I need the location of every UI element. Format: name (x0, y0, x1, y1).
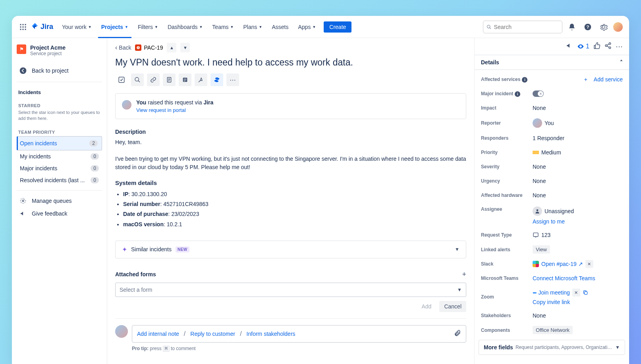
page-icon[interactable] (163, 73, 176, 86)
give-feedback[interactable]: Give feedback (17, 207, 102, 220)
queue-my-incidents[interactable]: My incidents0 (17, 150, 102, 162)
svg-point-31 (609, 47, 611, 49)
svg-line-33 (607, 46, 609, 47)
affected-services-label: Affected servicesi (481, 77, 533, 83)
severity-value[interactable]: None (533, 164, 546, 170)
escalate-icon[interactable] (195, 73, 207, 86)
severity-label: Severity (481, 164, 533, 169)
responders-value[interactable]: 1 Responder (533, 135, 564, 141)
back-button[interactable]: ‹Back (115, 44, 131, 51)
urgency-value[interactable]: None (533, 178, 546, 184)
issue-key[interactable]: PAC-19 (135, 44, 163, 51)
like-icon[interactable] (593, 42, 600, 51)
svg-text:?: ? (586, 24, 589, 29)
nav-plans[interactable]: Plans▼ (240, 21, 266, 33)
stakeholders-value[interactable]: None (533, 312, 546, 319)
info-icon[interactable]: i (515, 91, 520, 97)
hardware-label: Affected hardware (481, 193, 533, 198)
nav-assets[interactable]: Assets (268, 21, 292, 33)
copy-invite-link[interactable]: Copy invite link (533, 299, 570, 305)
svg-rect-26 (184, 79, 187, 79)
queue-major-incidents[interactable]: Major incidents0 (17, 162, 102, 174)
project-header: ⚑ Project Acme Service project (17, 44, 102, 56)
remove-zoom-button[interactable]: ✕ (572, 289, 580, 297)
issue-title[interactable]: My VPN doesn't work. I need help to acce… (115, 57, 466, 68)
back-to-project[interactable]: Back to project (17, 64, 102, 78)
prev-issue-button[interactable]: ▲ (167, 43, 176, 52)
add-internal-note[interactable]: Add internal note (137, 331, 179, 337)
zoom-icon: ●●● (533, 291, 536, 295)
app-switcher-icon[interactable] (18, 22, 28, 32)
similar-incidents-panel[interactable]: ✦ Similar incidents NEW ▼ (115, 241, 466, 258)
more-actions-icon[interactable]: ⋯ (226, 73, 239, 86)
queue-open-incidents[interactable]: Open incidents2 (17, 136, 102, 150)
confluence-icon[interactable] (210, 73, 223, 86)
assignee-value[interactable]: Unassigned (533, 206, 574, 216)
component-chip[interactable]: Office Network (533, 326, 573, 334)
reply-to-customer[interactable]: Reply to customer (190, 331, 235, 337)
view-in-portal-link[interactable]: View request in portal (136, 107, 186, 113)
watchers-button[interactable]: 1 (577, 43, 589, 50)
inform-stakeholders[interactable]: Inform stakeholders (247, 331, 295, 337)
next-issue-button[interactable]: ▼ (180, 43, 190, 52)
join-meeting-link[interactable]: Join meeting (539, 289, 570, 296)
feedback-icon[interactable] (566, 42, 573, 51)
impact-value[interactable]: None (533, 105, 546, 111)
svg-rect-6 (20, 29, 21, 30)
description-body[interactable]: Hey, team. I've been trying to get my VP… (115, 138, 466, 171)
comment-box[interactable]: Add internal note / Reply to customer / … (132, 325, 466, 343)
remove-slack-button[interactable]: ✕ (585, 260, 593, 268)
urgency-label: Urgency (481, 178, 533, 184)
linked-alerts-view-button[interactable]: View (533, 245, 550, 254)
attachment-icon[interactable] (454, 329, 461, 338)
svg-rect-7 (23, 29, 24, 30)
assign-to-me-link[interactable]: Assign to me (533, 218, 565, 225)
notifications-icon[interactable] (566, 21, 578, 33)
zoom-label: Zoom (481, 294, 533, 300)
svg-rect-3 (20, 26, 21, 27)
connect-teams-link[interactable]: Connect Microsoft Teams (533, 275, 595, 281)
queue-resolved-incidents[interactable]: Resolved incidents (last ...0 (17, 174, 102, 186)
svg-rect-35 (533, 233, 538, 237)
hardware-value[interactable]: None (533, 192, 546, 198)
manage-queues[interactable]: Manage queues (17, 195, 102, 207)
form-select[interactable]: Select a form ▼ (115, 283, 466, 297)
info-icon[interactable]: i (522, 77, 527, 83)
incidents-section: Incidents (17, 86, 102, 98)
link-icon[interactable] (147, 73, 160, 86)
create-button[interactable]: Create (324, 21, 351, 33)
major-incident-toggle[interactable] (533, 91, 544, 97)
priority-medium-icon (533, 150, 539, 155)
cancel-form-button[interactable]: Cancel (439, 301, 466, 312)
find-icon[interactable] (131, 73, 144, 86)
help-icon[interactable]: ? (581, 21, 594, 33)
request-type-value[interactable]: 123 (533, 232, 550, 238)
add-service-button[interactable]: Add service (594, 76, 623, 83)
svg-point-13 (20, 67, 27, 74)
svg-rect-27 (184, 80, 187, 80)
nav-filters[interactable]: Filters▼ (135, 21, 161, 33)
more-fields-panel[interactable]: More fields Request participants, Approv… (479, 340, 625, 355)
nav-projects[interactable]: Projects▼ (98, 16, 131, 38)
nav-dashboards[interactable]: Dashboards▼ (164, 21, 206, 33)
nav-your-work[interactable]: Your work▼ (59, 21, 95, 33)
jira-logo[interactable]: Jira (31, 23, 53, 31)
chevron-down-icon: ▼ (615, 345, 620, 350)
share-icon[interactable] (604, 42, 612, 51)
details-panel-header[interactable]: Details ˄ (475, 55, 629, 70)
create-subtask-icon[interactable] (115, 73, 128, 86)
settings-icon[interactable] (597, 21, 610, 33)
reporter-value[interactable]: You (533, 118, 554, 128)
chevron-up-icon: ˄ (620, 59, 623, 65)
brand-name: Jira (41, 23, 53, 31)
add-form-icon[interactable]: + (462, 270, 466, 279)
search-input[interactable] (483, 21, 562, 33)
open-slack-link[interactable]: Open #pac-19 ↗ (541, 261, 583, 267)
profile-avatar[interactable] (613, 22, 623, 32)
nav-teams[interactable]: Teams▼ (209, 21, 237, 33)
article-icon[interactable] (179, 73, 191, 86)
nav-apps[interactable]: Apps▼ (295, 21, 319, 33)
megaphone-icon (18, 210, 28, 217)
more-icon[interactable]: ⋯ (616, 42, 623, 51)
priority-value[interactable]: Medium (533, 149, 561, 156)
